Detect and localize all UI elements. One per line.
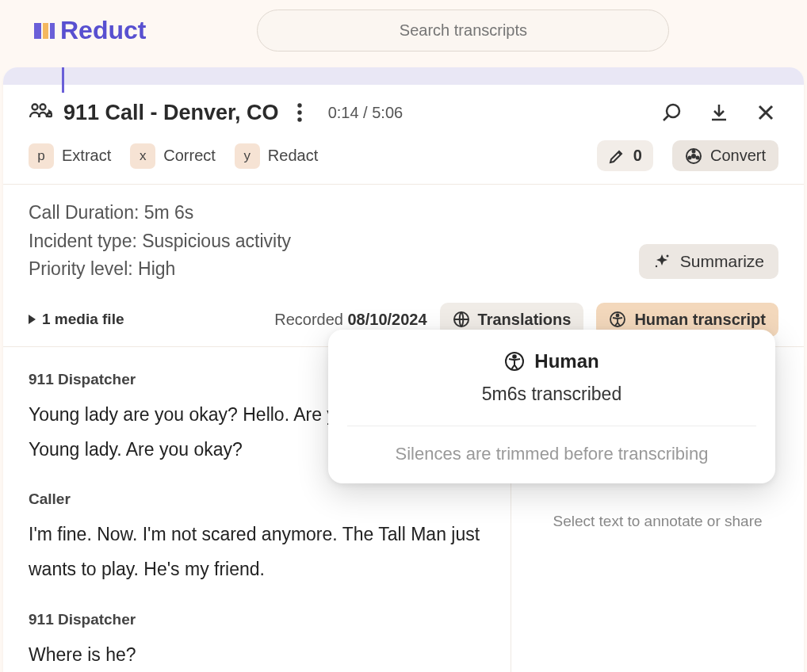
title-row: 911 Call - Denver, CO 0:14 / 5:06 [3, 85, 804, 134]
popover-subtitle: 5m6s transcribed [328, 384, 775, 426]
svg-rect-5 [48, 113, 52, 116]
svg-point-4 [40, 105, 46, 110]
download-button[interactable] [706, 99, 732, 126]
speaker-block: Caller I'm fine. Now. I'm not scared any… [29, 491, 485, 586]
playback-time: 0:14 / 5:06 [328, 104, 404, 122]
human-transcript-label: Human transcript [634, 311, 766, 329]
extract-tool[interactable]: p Extract [29, 143, 111, 169]
svg-point-7 [297, 110, 301, 114]
svg-point-11 [692, 155, 695, 158]
speaker-name: Caller [29, 491, 485, 508]
popover-header: Human [328, 350, 775, 372]
reel-icon [685, 147, 702, 165]
summarize-label: Summarize [680, 252, 764, 271]
chevron-right-icon [29, 315, 36, 324]
svg-point-19 [656, 265, 657, 267]
key-badge: x [130, 143, 155, 169]
convert-button[interactable]: Convert [672, 140, 778, 171]
logo-text: Reduct [60, 16, 146, 45]
accessibility-icon [609, 311, 626, 328]
transcript-info-popover: Human 5m6s transcribed Silences are trim… [328, 330, 775, 483]
summarize-button[interactable]: Summarize [639, 244, 778, 279]
svg-point-13 [696, 156, 698, 158]
svg-point-17 [617, 315, 619, 317]
svg-point-9 [667, 105, 679, 117]
toolbar: p Extract x Correct y Redact 0 Convert [3, 134, 804, 185]
svg-rect-2 [50, 23, 55, 39]
app-header: Reduct [0, 0, 807, 61]
tool-label: Correct [163, 147, 216, 165]
tool-label: Redact [268, 147, 318, 165]
logo-icon [32, 18, 57, 44]
tool-label: Extract [62, 147, 111, 165]
logo[interactable]: Reduct [32, 16, 146, 45]
close-button[interactable] [753, 100, 778, 125]
svg-point-18 [666, 255, 668, 258]
popover-title: Human [534, 350, 599, 372]
timeline[interactable] [3, 67, 804, 85]
svg-point-14 [688, 156, 690, 158]
convert-label: Convert [710, 147, 766, 165]
sparkle-icon [653, 253, 671, 270]
highlight-count-value: 0 [633, 147, 642, 165]
correct-tool[interactable]: x Correct [130, 143, 216, 169]
media-files-toggle[interactable]: 1 media file [29, 311, 124, 328]
redact-tool[interactable]: y Redact [235, 143, 318, 169]
accessibility-icon [504, 351, 525, 372]
svg-point-3 [33, 105, 38, 110]
svg-point-6 [297, 103, 301, 107]
speaker-name: 911 Dispatcher [29, 611, 485, 628]
popover-note: Silences are trimmed before transcribing [328, 426, 775, 464]
close-icon [756, 103, 775, 122]
info-duration: Call Duration: 5m 6s [29, 199, 778, 227]
speaker-block: 911 Dispatcher Where is he? [29, 611, 485, 672]
speaker-text[interactable]: Where is he? [29, 638, 485, 672]
globe-icon [453, 311, 470, 328]
highlighter-icon [608, 147, 625, 165]
highlight-count[interactable]: 0 [597, 140, 653, 171]
title-actions [658, 99, 778, 126]
more-menu-button[interactable] [290, 101, 309, 124]
download-icon [709, 102, 729, 123]
recorded-label: Recorded 08/10/2024 [274, 311, 426, 329]
search-in-doc-button[interactable] [658, 99, 685, 126]
page-title: 911 Call - Denver, CO [63, 101, 279, 125]
svg-point-8 [297, 117, 301, 121]
translations-label: Translations [478, 311, 572, 329]
search-icon [661, 102, 682, 123]
search-input[interactable] [257, 10, 669, 52]
timeline-marker[interactable] [62, 67, 64, 93]
media-files-label: 1 media file [42, 311, 124, 328]
key-badge: y [235, 143, 260, 169]
search-container [257, 10, 669, 52]
sidebar-hint: Select text to annotate or share [553, 513, 762, 530]
svg-rect-0 [34, 23, 41, 39]
people-icon [29, 102, 52, 123]
kebab-icon [297, 103, 302, 122]
key-badge: p [29, 143, 54, 169]
svg-point-21 [514, 355, 517, 358]
svg-rect-1 [43, 23, 48, 39]
svg-point-12 [692, 150, 694, 152]
speaker-text[interactable]: I'm fine. Now. I'm not scared anymore. T… [29, 517, 485, 586]
